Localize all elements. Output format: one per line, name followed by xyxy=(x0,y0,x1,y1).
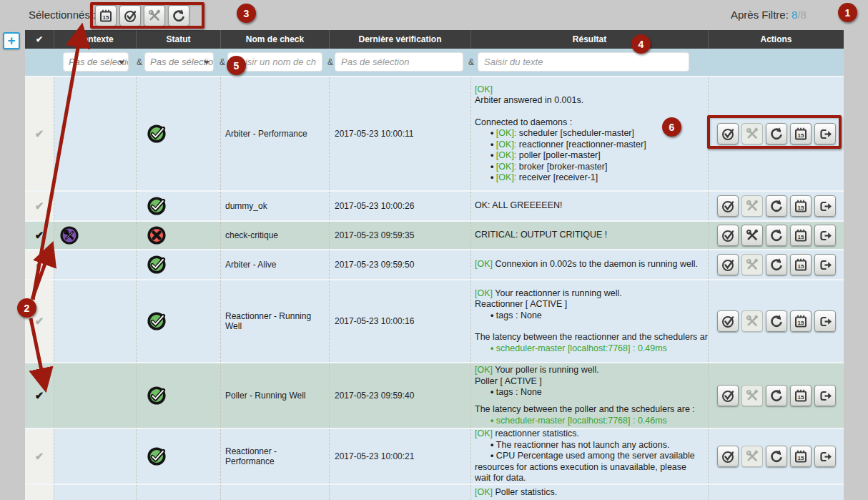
result-cell: [OK] Poller statistics. [ 0.22 ] Checks … xyxy=(470,485,708,500)
actions-cell xyxy=(708,485,844,500)
status-ok-icon xyxy=(146,310,167,332)
status-ok-icon xyxy=(146,195,167,217)
check-mark-icon: ✔ xyxy=(35,315,44,328)
actions-cell xyxy=(708,77,844,190)
last-check-time: 2017-05-23 10:00:21 xyxy=(329,429,470,484)
downtime-calendar-button[interactable] xyxy=(790,446,812,467)
status-ok-icon xyxy=(146,254,167,275)
table-header-row: ✔ Contexte Statut Nom de check Dernière … xyxy=(25,30,844,49)
header-derniere-verification: Dernière vérification xyxy=(329,30,470,49)
fix-button xyxy=(741,446,763,467)
forward-button[interactable] xyxy=(814,254,836,275)
check-name: Arbiter - Alive xyxy=(220,250,329,279)
recheck-button[interactable] xyxy=(168,5,189,26)
last-check-filter-input[interactable] xyxy=(335,52,463,72)
row-select-checkbox[interactable]: ✔ xyxy=(25,363,54,428)
forward-button[interactable] xyxy=(814,385,836,406)
check-name: Reactionner - Performance xyxy=(220,429,329,484)
forward-button[interactable] xyxy=(814,123,836,144)
result-cell: [OK] Connexion in 0.002s to the daemon i… xyxy=(470,250,708,279)
recheck-button[interactable] xyxy=(766,254,787,275)
top-bar: Sélectionnés : 2 Après Filtre: 8/8 xyxy=(0,0,868,30)
check-mark-icon: ✔ xyxy=(35,127,44,140)
forward-button[interactable] xyxy=(814,310,836,332)
check-name: Poller - Running Well xyxy=(220,363,329,428)
contexte-cell xyxy=(54,280,136,362)
last-check-time xyxy=(329,485,470,500)
acknowledge-button[interactable] xyxy=(717,225,739,246)
forward-button[interactable] xyxy=(814,195,836,217)
recheck-button[interactable] xyxy=(766,385,787,406)
check-mark-icon: ✔ xyxy=(35,258,44,271)
row-select-checkbox[interactable]: ✔ xyxy=(25,429,54,484)
last-check-time: 2017-05-23 10:00:16 xyxy=(329,280,470,362)
downtime-calendar-button[interactable] xyxy=(790,225,812,246)
actions-cell xyxy=(708,192,844,220)
check-name: Arbiter - Performance xyxy=(220,77,329,190)
recheck-button[interactable] xyxy=(766,446,787,467)
row-select-checkbox[interactable] xyxy=(25,485,54,500)
row-select-checkbox[interactable]: ✔ xyxy=(25,77,54,190)
downtime-calendar-button[interactable] xyxy=(790,195,812,217)
downtime-calendar-button[interactable] xyxy=(790,310,812,332)
last-check-time: 2017-05-23 09:59:35 xyxy=(329,222,470,249)
table-row: ✔ Poller - Running Well 2017-05-23 09:59… xyxy=(25,362,844,428)
status-cell xyxy=(136,250,220,279)
check-mark-icon: ✔ xyxy=(35,450,44,463)
filter-and-separator: & xyxy=(137,57,142,67)
last-check-time: 2017-05-23 10:00:26 xyxy=(329,192,470,220)
fix-button xyxy=(741,254,763,275)
table-row: ✔ Arbiter - Alive 2017-05-23 09:59:50 [O… xyxy=(25,249,844,279)
recheck-button[interactable] xyxy=(766,123,787,144)
context-tools-icon xyxy=(59,225,80,246)
row-select-checkbox[interactable]: ✔ xyxy=(25,192,54,220)
last-check-time: 2017-05-23 09:59:40 xyxy=(329,363,470,428)
recheck-button[interactable] xyxy=(766,310,787,332)
row-select-checkbox[interactable]: ✔ xyxy=(25,250,54,279)
fix-button[interactable] xyxy=(144,5,165,26)
filter-and-separator: & xyxy=(327,57,333,67)
header-resultat: Résultat xyxy=(470,30,708,49)
add-filter-button[interactable]: + xyxy=(3,32,20,49)
filter-and-separator: & xyxy=(220,57,225,67)
status-cell xyxy=(136,192,220,220)
acknowledge-button[interactable] xyxy=(717,123,739,144)
forward-button[interactable] xyxy=(814,446,836,467)
status-ok-icon xyxy=(146,385,167,406)
result-filter-input[interactable] xyxy=(478,52,689,72)
result-cell: OK: ALL GREEEEEN! xyxy=(470,192,708,220)
check-mark-icon: ✔ xyxy=(35,200,44,212)
downtime-calendar-button[interactable] xyxy=(790,254,812,275)
status-cell xyxy=(136,77,220,190)
downtime-calendar-button[interactable] xyxy=(790,385,812,406)
header-actions: Actions xyxy=(708,30,844,49)
contexte-cell xyxy=(54,192,136,220)
acknowledge-button[interactable] xyxy=(717,195,739,217)
fix-button[interactable] xyxy=(741,225,763,246)
filter-and-separator: & xyxy=(468,57,474,67)
fix-button xyxy=(741,123,763,144)
acknowledge-button[interactable] xyxy=(717,254,739,275)
acknowledge-button[interactable] xyxy=(717,310,739,332)
annotation-callout-5: 5 xyxy=(227,56,246,75)
last-check-time: 2017-05-23 09:59:50 xyxy=(329,250,470,279)
row-select-checkbox[interactable]: ✔ xyxy=(25,222,54,249)
acknowledge-button[interactable] xyxy=(717,385,739,406)
row-select-checkbox[interactable]: ✔ xyxy=(25,280,54,362)
recheck-button[interactable] xyxy=(766,195,787,217)
acknowledge-button[interactable] xyxy=(119,5,141,26)
check-name: check-critique xyxy=(220,222,329,249)
downtime-calendar-button[interactable] xyxy=(790,123,812,144)
forward-button[interactable] xyxy=(814,225,836,246)
downtime-calendar-button[interactable] xyxy=(95,5,117,26)
contexte-cell xyxy=(54,485,136,500)
contexte-filter-dropdown[interactable]: Pas de sélection xyxy=(63,52,129,72)
recheck-button[interactable] xyxy=(766,225,787,246)
result-cell: CRITICAL: OUTPUT CRITIQUE ! xyxy=(470,222,708,249)
contexte-cell xyxy=(54,77,136,190)
header-statut: Statut xyxy=(136,30,220,49)
header-contexte: Contexte xyxy=(54,30,136,49)
contexte-cell xyxy=(54,363,136,428)
acknowledge-button[interactable] xyxy=(717,446,739,467)
statut-filter-dropdown[interactable]: Pas de sélection xyxy=(144,52,214,72)
